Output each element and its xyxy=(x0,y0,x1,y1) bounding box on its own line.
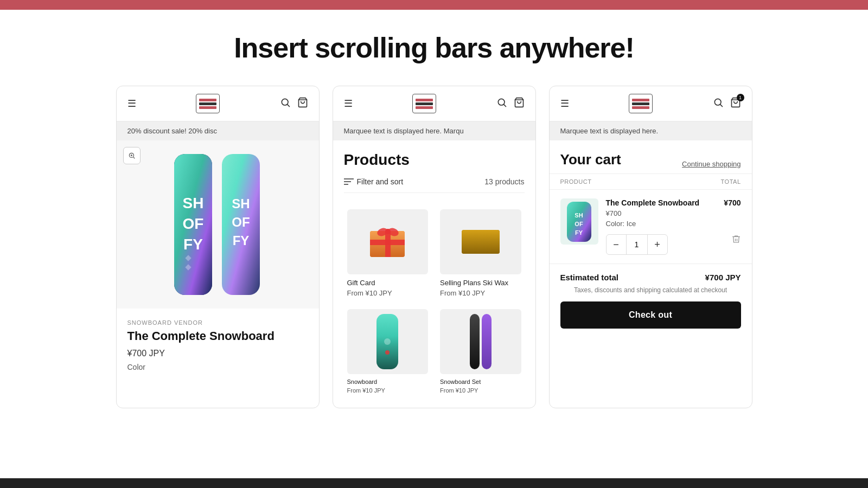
product-count: 13 products xyxy=(484,177,524,186)
svg-text:OF: OF xyxy=(232,215,250,229)
svg-point-34 xyxy=(384,338,391,345)
filter-sort-button[interactable]: Filter and sort xyxy=(344,177,404,186)
cart-item: SH OF FY The Complete Snowboard ¥700 Col… xyxy=(550,190,752,264)
cart-header: Your cart Continue shopping xyxy=(550,140,752,174)
cart-item-color: Color: Ice xyxy=(606,220,717,228)
vendor-label: SNOWBOARD VENDOR xyxy=(127,319,308,326)
list-item: Selling Plans Ski Wax From ¥10 JPY xyxy=(435,204,527,303)
product-card-name-4: Snowboard Set xyxy=(440,378,521,385)
svg-point-38 xyxy=(714,99,721,105)
logo-line-3 xyxy=(199,106,216,109)
cart-item-details: The Complete Snowboard ¥700 Color: Ice −… xyxy=(606,198,717,255)
hamburger-icon-3[interactable]: ☰ xyxy=(560,99,569,108)
cart-table-header: PRODUCT TOTAL xyxy=(550,174,752,190)
quantity-increase-button[interactable]: + xyxy=(648,235,667,254)
svg-rect-36 xyxy=(470,314,480,369)
svg-point-18 xyxy=(498,99,505,105)
cart-item-name: The Complete Snowboard xyxy=(606,198,717,207)
search-icon-2[interactable] xyxy=(496,97,507,111)
products-header: Products Filter and sort 13 products xyxy=(333,140,535,204)
quantity-controls: − 1 + xyxy=(606,234,668,255)
svg-line-4 xyxy=(133,157,135,159)
svg-text:OF: OF xyxy=(575,221,583,227)
logo-line-1 xyxy=(199,99,216,101)
snowboard-dark-image xyxy=(464,312,497,371)
filter-row: Filter and sort 13 products xyxy=(344,177,525,193)
wax-image xyxy=(459,226,502,258)
continue-shopping-link[interactable]: Continue shopping xyxy=(682,160,741,168)
marquee-bar-1: 20% discount sale! 20% disc xyxy=(117,121,319,140)
panel-cart: ☰ xyxy=(549,86,752,408)
product-color-label: Color xyxy=(127,363,308,371)
quantity-value: 1 xyxy=(626,235,648,254)
cart-badge: 1 xyxy=(737,94,744,101)
product-card-image xyxy=(347,209,429,274)
snowboard-image: SH OF FY SH OF FY xyxy=(163,149,272,300)
list-item: Snowboard Set From ¥10 JPY xyxy=(435,304,527,399)
checkout-button[interactable]: Check out xyxy=(560,301,741,329)
quantity-decrease-button[interactable]: − xyxy=(607,235,626,254)
cart-summary: Estimated total ¥700 JPY Taxes, discount… xyxy=(550,264,752,329)
product-info: SNOWBOARD VENDOR The Complete Snowboard … xyxy=(117,309,319,382)
logo-line-3-2 xyxy=(632,102,649,105)
logo-3 xyxy=(629,94,653,113)
gift-card-image xyxy=(366,220,409,264)
page-title: Insert scrolling bars anywhere! xyxy=(33,31,835,64)
svg-text:FY: FY xyxy=(233,233,250,248)
delete-icon xyxy=(731,234,741,244)
panel-nav-3: ☰ xyxy=(550,86,752,121)
cart-item-price: ¥700 xyxy=(724,198,741,207)
nav-icons-2 xyxy=(496,97,525,111)
main-content: Insert scrolling bars anywhere! ☰ xyxy=(0,10,868,430)
svg-rect-37 xyxy=(482,314,492,369)
cart-icon[interactable] xyxy=(297,97,308,111)
product-card-price: From ¥10 JPY xyxy=(347,289,429,297)
svg-line-19 xyxy=(503,104,506,106)
search-icon-3[interactable] xyxy=(713,97,724,111)
product-name: The Complete Snowboard xyxy=(127,329,308,343)
svg-point-35 xyxy=(385,350,390,355)
svg-point-0 xyxy=(282,99,288,105)
nav-icons-3: 1 xyxy=(713,97,741,111)
delete-item-button[interactable] xyxy=(731,234,741,247)
product-card-image-4 xyxy=(440,309,521,374)
logo xyxy=(196,94,220,113)
logo-2 xyxy=(412,94,436,113)
bottom-bar xyxy=(0,478,868,488)
cart-icon-2[interactable] xyxy=(514,97,525,111)
logo-line-2 xyxy=(199,102,216,105)
search-icon[interactable] xyxy=(280,97,291,111)
filter-icon xyxy=(344,178,354,185)
product-card-name-3: Snowboard xyxy=(347,378,429,385)
svg-point-30 xyxy=(385,229,391,234)
product-price: ¥700 JPY xyxy=(127,349,308,358)
panel-product-detail: ☰ xyxy=(116,86,320,408)
product-image-area: SH OF FY SH OF FY xyxy=(117,140,319,309)
svg-line-39 xyxy=(720,104,722,106)
list-item: Snowboard From ¥10 JPY xyxy=(342,304,434,399)
total-column-header: TOTAL xyxy=(721,178,741,185)
marquee-bar-2: Marquee text is displayed here. Marqu xyxy=(333,121,535,140)
products-grid: Gift Card From ¥10 JPY xyxy=(333,204,535,408)
product-card-image-3 xyxy=(347,309,429,374)
cart-icon-3[interactable]: 1 xyxy=(730,97,741,111)
svg-rect-32 xyxy=(462,230,500,254)
zoom-button[interactable] xyxy=(123,147,141,164)
logo-line-3-1 xyxy=(632,99,649,101)
svg-text:FY: FY xyxy=(183,236,203,253)
logo-line-2-3 xyxy=(416,106,433,109)
hamburger-icon[interactable]: ☰ xyxy=(127,99,136,108)
tax-note: Taxes, discounts and shipping calculated… xyxy=(560,286,741,294)
list-item: Gift Card From ¥10 JPY xyxy=(342,204,434,303)
cart-snowboard-image: SH OF FY xyxy=(564,200,594,243)
cart-title: Your cart xyxy=(560,151,621,168)
product-card-image-2 xyxy=(440,209,521,274)
marquee-bar-3: Marquee text is displayed here. xyxy=(550,121,752,140)
product-card-price-2: From ¥10 JPY xyxy=(440,289,521,297)
svg-text:SH: SH xyxy=(183,195,204,211)
svg-text:SH: SH xyxy=(232,196,250,211)
estimated-total-row: Estimated total ¥700 JPY xyxy=(560,273,741,282)
hamburger-icon-2[interactable]: ☰ xyxy=(344,99,353,108)
estimated-total-value: ¥700 JPY xyxy=(705,273,741,282)
svg-rect-27 xyxy=(385,231,391,257)
